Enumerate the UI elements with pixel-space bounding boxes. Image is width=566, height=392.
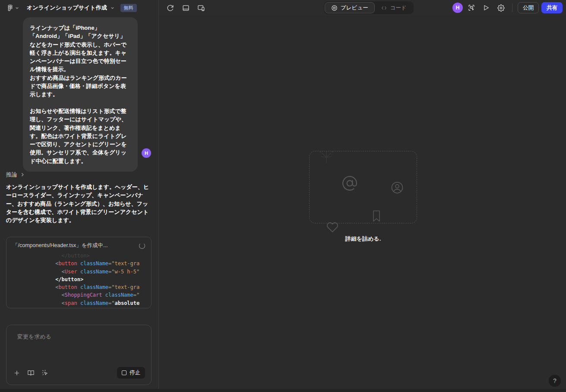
refresh-button[interactable] [164, 2, 176, 14]
stop-button-label: 停止 [130, 369, 140, 376]
view-mode-toggle: プレビュー コード [324, 1, 414, 14]
user-avatar[interactable]: H [452, 3, 463, 13]
play-button[interactable] [480, 2, 492, 14]
project-title[interactable]: オンラインショップサイト作成 [27, 4, 107, 12]
browser-frame-icon[interactable] [180, 2, 192, 14]
tab-preview[interactable]: プレビュー [325, 2, 375, 13]
topbar: オンラインショップサイト作成 無料 [0, 0, 566, 16]
window-bottom-edge [0, 389, 566, 392]
title-chevron-down-icon[interactable] [111, 6, 114, 10]
devices-icon[interactable] [195, 2, 207, 14]
code-status-text: 「/components/Header.tsx」を作成中... [13, 242, 108, 249]
reasoning-label: 推論 [6, 171, 17, 179]
chat-sidebar: ラインナップは「iPhone」「Android」「iPad」「アクセサリ」などを… [0, 16, 159, 392]
chat-input-box[interactable]: 変更を求める 停止 [6, 325, 152, 385]
add-attachment-button[interactable] [13, 370, 20, 376]
assistant-message-text: オンラインショップサイトを作成します。ヘッダー、ヒーロースライダー、ラインナップ… [6, 183, 152, 224]
topbar-main: プレビュー コード H [159, 0, 566, 16]
share-button[interactable]: 共有 [541, 2, 563, 13]
tab-code-label: コード [390, 4, 407, 12]
topbar-left: オンラインショップサイト作成 無料 [0, 0, 159, 16]
help-button[interactable]: ? [549, 375, 561, 387]
loading-spinner-icon [139, 243, 145, 249]
main-menu-button[interactable] [5, 3, 21, 12]
chevron-right-icon [20, 172, 25, 177]
user-message-text: ラインナップは「iPhone」「Android」「iPad」「アクセサリ」などを… [30, 24, 131, 165]
settings-gear-icon[interactable] [495, 2, 507, 14]
magic-pointer-icon[interactable] [41, 369, 49, 376]
burst-sparkle-icon [317, 148, 336, 167]
heart-icon [326, 221, 339, 233]
reasoning-toggle[interactable]: 推論 [6, 171, 25, 179]
preview-canvas[interactable]: 詳細を詰める. [159, 16, 566, 392]
stop-button[interactable]: 停止 [117, 367, 145, 379]
inspect-select-icon[interactable] [465, 2, 477, 14]
guidelines-book-icon[interactable] [27, 370, 35, 376]
topbar-divider [512, 3, 512, 12]
user-message-bubble: ラインナップは「iPhone」「Android」「iPad」「アクセサリ」などを… [23, 17, 138, 172]
user-message-avatar: H [142, 148, 151, 158]
code-generation-card[interactable]: 「/components/Header.tsx」を作成中... </button… [6, 237, 152, 308]
placeholder-caption: 詳細を詰める. [309, 235, 417, 243]
publish-button[interactable]: 公開 [518, 2, 539, 13]
code-brackets-icon [381, 5, 387, 11]
eye-icon [331, 5, 338, 11]
tab-preview-label: プレビュー [341, 4, 368, 12]
user-circle-icon [391, 181, 404, 194]
chevron-down-icon [15, 6, 19, 10]
at-sign-icon [341, 175, 358, 191]
free-plan-badge: 無料 [120, 4, 137, 12]
tab-code[interactable]: コード [375, 2, 413, 13]
placeholder-frame [309, 151, 417, 223]
figma-logo-icon [7, 4, 13, 11]
code-snippet: </button> <button className="text-gra <U… [6, 251, 151, 307]
chat-input-placeholder: 変更を求める [17, 333, 51, 341]
stop-square-icon [122, 370, 126, 375]
bookmark-icon [371, 210, 382, 222]
